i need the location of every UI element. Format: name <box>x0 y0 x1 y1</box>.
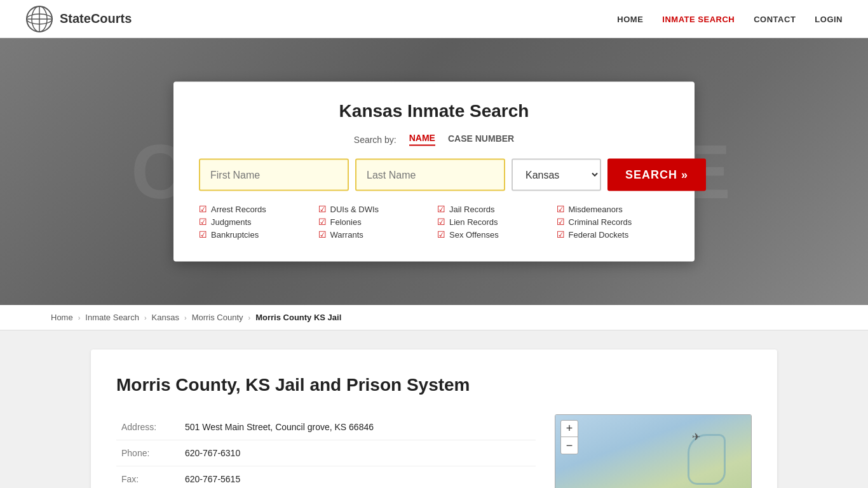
checkbox-criminal-records: ☑ Criminal Records <box>557 217 670 227</box>
map-plane-icon: ✈ <box>692 431 700 443</box>
map-zoom-out-button[interactable]: − <box>561 437 578 454</box>
checkbox-federal-dockets: ☑ Federal Dockets <box>557 229 670 240</box>
breadcrumb-sep-4: › <box>248 314 251 322</box>
check-icon: ☑ <box>437 204 445 214</box>
state-select[interactable]: Kansas Alabama Alaska Arizona Arkansas C… <box>512 159 601 191</box>
logo-area[interactable]: StateCourts <box>25 5 132 33</box>
checkbox-sex-offenses: ☑ Sex Offenses <box>437 229 550 240</box>
content-card: Morris County, KS Jail and Prison System… <box>91 349 777 488</box>
main-content: Morris County, KS Jail and Prison System… <box>53 330 815 488</box>
check-icon: ☑ <box>557 229 565 240</box>
check-icon: ☑ <box>318 204 327 214</box>
address-row: Address: 501 West Main Street, Council g… <box>116 414 536 440</box>
first-name-input[interactable] <box>199 159 349 191</box>
breadcrumb-sep-2: › <box>144 314 147 322</box>
fax-label: Fax: <box>116 466 180 489</box>
site-header: StateCourts HOME INMATE SEARCH CONTACT L… <box>0 0 868 38</box>
content-left: Address: 501 West Main Street, Council g… <box>116 414 536 488</box>
check-icon: ☑ <box>199 229 207 240</box>
search-modal: Kansas Inmate Search Search by: NAME CAS… <box>173 82 695 262</box>
phone-row: Phone: 620-767-6310 <box>116 440 536 466</box>
nav-login[interactable]: LOGIN <box>815 14 843 24</box>
map-container[interactable]: ✈ 📍 Council Grove + − <box>555 414 752 488</box>
info-table: Address: 501 West Main Street, Council g… <box>116 414 536 488</box>
checkbox-felonies: ☑ Felonies <box>318 217 431 227</box>
check-icon: ☑ <box>557 217 565 227</box>
search-by-row: Search by: NAME CASE NUMBER <box>199 133 669 146</box>
address-label: Address: <box>116 414 180 440</box>
breadcrumb-inmate-search[interactable]: Inmate Search <box>85 313 139 322</box>
breadcrumb: Home › Inmate Search › Kansas › Morris C… <box>0 305 868 330</box>
checkbox-misdemeanors: ☑ Misdemeanors <box>557 204 670 214</box>
checkbox-jail-records: ☑ Jail Records <box>437 204 550 214</box>
check-icon: ☑ <box>437 217 445 227</box>
breadcrumb-home[interactable]: Home <box>51 313 73 322</box>
last-name-input[interactable] <box>355 159 505 191</box>
fax-value: 620-767-5615 <box>180 466 536 489</box>
fax-row: Fax: 620-767-5615 <box>116 466 536 489</box>
content-right: ✈ 📍 Council Grove + − <box>555 414 752 488</box>
map-background: ✈ 📍 Council Grove <box>555 415 751 488</box>
check-icon: ☑ <box>437 229 445 240</box>
nav-home[interactable]: HOME <box>617 14 643 24</box>
phone-label: Phone: <box>116 440 180 466</box>
check-icon: ☑ <box>199 204 207 214</box>
breadcrumb-sep-3: › <box>184 314 187 322</box>
content-title: Morris County, KS Jail and Prison System <box>116 375 752 395</box>
breadcrumb-morris-county[interactable]: Morris County <box>192 313 243 322</box>
checkbox-warrants: ☑ Warrants <box>318 229 431 240</box>
address-value: 501 West Main Street, Council grove, KS … <box>180 414 536 440</box>
breadcrumb-current: Morris County KS Jail <box>255 313 341 322</box>
breadcrumb-sep-1: › <box>78 314 81 322</box>
checkbox-judgments: ☑ Judgments <box>199 217 312 227</box>
nav-contact[interactable]: CONTACT <box>754 14 796 24</box>
tab-name[interactable]: NAME <box>409 133 435 146</box>
tab-case-number[interactable]: CASE NUMBER <box>448 133 514 146</box>
checkbox-bankruptcies: ☑ Bankruptcies <box>199 229 312 240</box>
checkbox-arrest-records: ☑ Arrest Records <box>199 204 312 214</box>
map-controls: + − <box>560 420 578 454</box>
map-zoom-in-button[interactable]: + <box>561 421 578 437</box>
hero-section: COURTHOUSE Kansas Inmate Search Search b… <box>0 38 868 305</box>
search-title: Kansas Inmate Search <box>199 101 669 121</box>
content-layout: Address: 501 West Main Street, Council g… <box>116 414 752 488</box>
nav-inmate-search[interactable]: INMATE SEARCH <box>662 14 735 24</box>
main-nav: HOME INMATE SEARCH CONTACT LOGIN <box>617 14 843 24</box>
check-icon: ☑ <box>318 217 327 227</box>
check-icon: ☑ <box>557 204 565 214</box>
logo-text: StateCourts <box>60 11 132 26</box>
check-icon: ☑ <box>318 229 327 240</box>
checkbox-list: ☑ Arrest Records ☑ DUIs & DWIs ☑ Jail Re… <box>199 204 669 240</box>
breadcrumb-kansas[interactable]: Kansas <box>152 313 179 322</box>
search-button[interactable]: SEARCH » <box>607 159 706 191</box>
check-icon: ☑ <box>199 217 207 227</box>
checkbox-duis-dwis: ☑ DUIs & DWIs <box>318 204 431 214</box>
checkbox-lien-records: ☑ Lien Records <box>437 217 550 227</box>
logo-icon <box>25 5 53 33</box>
search-by-label: Search by: <box>354 134 397 144</box>
phone-value: 620-767-6310 <box>180 440 536 466</box>
search-inputs-row: Kansas Alabama Alaska Arizona Arkansas C… <box>199 159 669 191</box>
